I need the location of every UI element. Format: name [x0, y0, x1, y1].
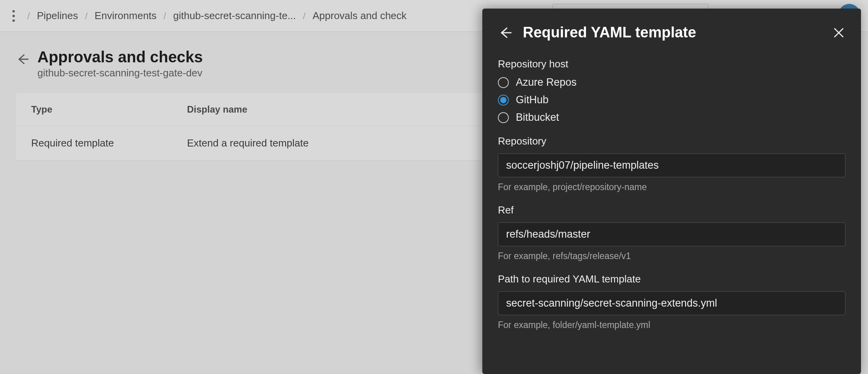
repo-host-radio-group: Azure Repos GitHub Bitbucket: [498, 76, 845, 123]
separator-icon: /: [85, 11, 88, 21]
close-icon[interactable]: [832, 26, 845, 39]
breadcrumb: / Pipelines / Environments / github-secr…: [27, 10, 407, 22]
repository-label: Repository: [498, 135, 845, 147]
repo-host-label: Repository host: [498, 58, 845, 70]
repository-hint: For example, project/repository-name: [498, 182, 845, 192]
radio-label: Bitbucket: [516, 111, 559, 123]
breadcrumb-pipelines[interactable]: Pipelines: [37, 10, 78, 22]
path-label: Path to required YAML template: [498, 273, 845, 285]
side-panel: Required YAML template Repository host A…: [482, 9, 861, 374]
breadcrumb-approvals[interactable]: Approvals and check: [312, 10, 406, 22]
radio-icon: [498, 95, 509, 106]
back-arrow-icon[interactable]: [16, 52, 30, 66]
ref-hint: For example, refs/tags/release/v1: [498, 251, 845, 261]
breadcrumb-gate[interactable]: github-secret-scanning-te...: [173, 10, 296, 22]
cell-type: Required template: [31, 137, 187, 149]
page-title: Approvals and checks: [37, 48, 203, 66]
breadcrumb-environments[interactable]: Environments: [95, 10, 157, 22]
radio-bitbucket[interactable]: Bitbucket: [498, 111, 845, 123]
panel-title: Required YAML template: [523, 24, 822, 41]
radio-icon: [498, 77, 509, 88]
radio-icon: [498, 112, 509, 123]
radio-label: GitHub: [516, 94, 549, 106]
page-subtitle: github-secret-scanning-test-gate-dev: [37, 67, 203, 79]
panel-header: Required YAML template: [498, 24, 845, 41]
panel-back-icon[interactable]: [498, 25, 513, 40]
path-hint: For example, folder/yaml-template.yml: [498, 320, 845, 330]
path-input[interactable]: [498, 291, 845, 315]
kebab-menu-icon[interactable]: [8, 8, 19, 24]
separator-icon: /: [303, 11, 306, 21]
col-type: Type: [31, 104, 187, 115]
separator-icon: /: [27, 11, 30, 21]
ref-input[interactable]: [498, 222, 845, 246]
repository-input[interactable]: [498, 153, 845, 177]
radio-azure-repos[interactable]: Azure Repos: [498, 76, 845, 88]
ref-label: Ref: [498, 204, 845, 216]
radio-label: Azure Repos: [516, 76, 577, 88]
separator-icon: /: [164, 11, 166, 21]
radio-github[interactable]: GitHub: [498, 94, 845, 106]
